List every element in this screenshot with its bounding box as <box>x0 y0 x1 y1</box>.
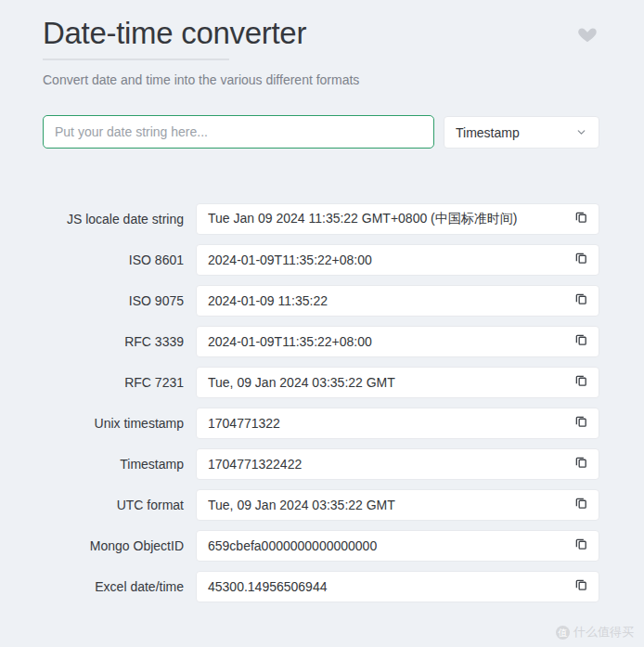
copy-icon <box>574 537 588 554</box>
row-label: UTC format <box>43 498 184 512</box>
row-value: 2024-01-09T11:35:22+08:00 <box>208 334 570 349</box>
row-value: 1704771322 <box>208 416 570 431</box>
copy-icon <box>574 578 588 595</box>
title-underline <box>43 58 229 60</box>
row-value-field[interactable]: 2024-01-09T11:35:22+08:00 <box>196 244 599 276</box>
format-select[interactable]: Timestamp <box>444 116 599 149</box>
row-rfc-3339: RFC 3339 2024-01-09T11:35:22+08:00 <box>43 326 599 357</box>
converter-results: JS locale date string Tue Jan 09 2024 11… <box>43 203 599 602</box>
row-js-locale-date-string: JS locale date string Tue Jan 09 2024 11… <box>43 203 599 235</box>
date-string-input[interactable] <box>43 115 434 149</box>
row-value-field[interactable]: 2024-01-09 11:35:22 <box>196 285 599 317</box>
row-value: Tue, 09 Jan 2024 03:35:22 GMT <box>208 498 570 512</box>
row-excel-date-time: Excel date/time 45300.14956506944 <box>43 571 599 602</box>
row-value: 2024-01-09T11:35:22+08:00 <box>208 252 570 267</box>
copy-icon <box>574 456 588 472</box>
row-value: Tue, 09 Jan 2024 03:35:22 GMT <box>208 375 570 390</box>
row-label: Mongo ObjectID <box>43 538 184 553</box>
row-value-field[interactable]: 659cbefa0000000000000000 <box>196 530 599 562</box>
row-value-field[interactable]: 1704771322 <box>196 408 599 439</box>
row-value: Tue Jan 09 2024 11:35:22 GMT+0800 (中国标准时… <box>208 211 570 227</box>
row-rfc-7231: RFC 7231 Tue, 09 Jan 2024 03:35:22 GMT <box>43 367 599 398</box>
watermark-text: 什么值得买 <box>573 624 634 641</box>
copy-icon <box>574 211 588 227</box>
copy-icon <box>574 415 588 432</box>
watermark: 值 什么值得买 <box>556 624 634 641</box>
row-value-field[interactable]: 45300.14956506944 <box>196 571 599 602</box>
row-value: 45300.14956506944 <box>208 579 570 594</box>
row-label: ISO 9075 <box>43 293 184 308</box>
row-value: 1704771322422 <box>208 457 570 472</box>
row-value-field[interactable]: 2024-01-09T11:35:22+08:00 <box>196 326 599 357</box>
copy-button[interactable] <box>570 290 592 312</box>
copy-button[interactable] <box>570 576 592 598</box>
row-label: JS locale date string <box>43 212 184 226</box>
copy-button[interactable] <box>570 208 592 230</box>
page-title: Date-time converter <box>43 0 599 52</box>
row-timestamp: Timestamp 1704771322422 <box>43 448 599 480</box>
copy-button[interactable] <box>570 494 592 516</box>
row-label: Unix timestamp <box>43 416 184 431</box>
copy-icon <box>574 252 588 268</box>
favorite-button[interactable] <box>577 24 598 45</box>
converter-input-row: Timestamp <box>43 115 599 149</box>
page-subtitle: Convert date and time into the various d… <box>43 72 599 87</box>
row-label: Excel date/time <box>43 579 184 594</box>
row-label: RFC 7231 <box>43 375 184 390</box>
copy-button[interactable] <box>570 535 592 557</box>
row-label: RFC 3339 <box>43 334 184 349</box>
row-utc-format: UTC format Tue, 09 Jan 2024 03:35:22 GMT <box>43 489 599 521</box>
row-value-field[interactable]: Tue Jan 09 2024 11:35:22 GMT+0800 (中国标准时… <box>196 203 599 235</box>
chevron-down-icon <box>575 126 587 138</box>
row-value-field[interactable]: Tue, 09 Jan 2024 03:35:22 GMT <box>196 489 599 521</box>
watermark-logo-icon: 值 <box>556 626 570 640</box>
copy-icon <box>574 333 588 350</box>
row-value: 2024-01-09 11:35:22 <box>208 293 570 308</box>
copy-icon <box>574 497 588 513</box>
row-unix-timestamp: Unix timestamp 1704771322 <box>43 408 599 439</box>
row-mongo-objectid: Mongo ObjectID 659cbefa0000000000000000 <box>43 530 599 562</box>
row-iso-9075: ISO 9075 2024-01-09 11:35:22 <box>43 285 599 317</box>
copy-icon <box>574 292 588 309</box>
row-iso-8601: ISO 8601 2024-01-09T11:35:22+08:00 <box>43 244 599 276</box>
copy-button[interactable] <box>570 412 592 434</box>
row-value-field[interactable]: 1704771322422 <box>196 448 599 480</box>
copy-button[interactable] <box>570 330 592 353</box>
copy-button[interactable] <box>570 453 592 475</box>
copy-button[interactable] <box>570 249 592 271</box>
row-label: ISO 8601 <box>43 252 184 267</box>
row-value-field[interactable]: Tue, 09 Jan 2024 03:35:22 GMT <box>196 367 599 398</box>
row-label: Timestamp <box>43 457 184 472</box>
format-select-value: Timestamp <box>456 125 520 140</box>
copy-icon <box>574 374 588 391</box>
row-value: 659cbefa0000000000000000 <box>208 538 570 553</box>
heart-icon <box>577 33 598 47</box>
copy-button[interactable] <box>570 371 592 394</box>
date-time-converter-page: Date-time converter Convert date and tim… <box>0 0 644 602</box>
